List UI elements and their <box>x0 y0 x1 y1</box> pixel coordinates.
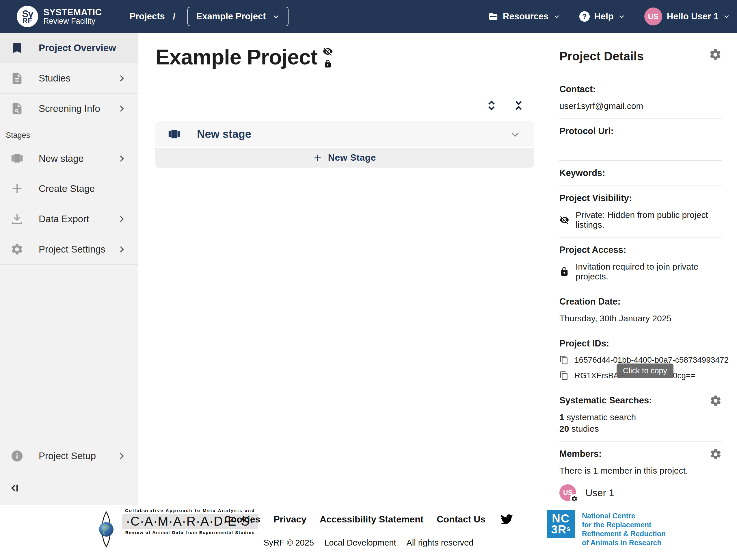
app-logo[interactable]: Sy RF SYSTEMATIC Review Facility <box>17 6 102 27</box>
keywords-label: Keywords: <box>559 168 722 178</box>
sidebar-item-studies[interactable]: Studies <box>0 63 138 94</box>
searches-gear-icon[interactable] <box>709 394 722 407</box>
sidebar-item-project-settings[interactable]: Project Settings <box>0 234 138 265</box>
contact-section: Contact: user1syrf@gmail.com <box>559 77 722 119</box>
members-section: Members: There is 1 member in this proje… <box>559 442 722 509</box>
members-gear-icon[interactable] <box>709 448 722 461</box>
plus-icon <box>10 182 24 195</box>
stages-section-label: Stages <box>6 131 138 140</box>
stage-panel: New stage New Stage <box>155 121 534 168</box>
expand-all-icon[interactable] <box>485 99 498 112</box>
help-menu[interactable]: ? Help <box>579 11 625 22</box>
info-icon <box>10 449 24 463</box>
project-details-heading: Project Details <box>559 49 722 64</box>
chevron-right-icon <box>117 214 126 224</box>
user-menu[interactable]: US Hello User 1 <box>644 8 730 25</box>
protocol-url-value <box>559 143 722 153</box>
footer-link-accessibility[interactable]: Accessibility Statement <box>320 514 423 525</box>
nc3rs-text: National Centre for the Replacement Refi… <box>582 511 666 547</box>
visibility-label: Project Visibility: <box>559 193 722 203</box>
contact-label: Contact: <box>559 84 722 94</box>
sidebar-item-create-stage[interactable]: Create Stage <box>0 174 138 204</box>
members-summary: There is 1 member in this project. <box>559 466 722 476</box>
navbar-right: Resources ? Help US Hello User 1 <box>488 8 730 25</box>
download-icon <box>10 212 24 226</box>
systematic-searches-section: Systematic Searches: 1 systematic search… <box>559 388 722 442</box>
project-details-gear-icon[interactable] <box>709 48 722 61</box>
members-label: Members: <box>559 449 722 459</box>
sidebar-item-new-stage[interactable]: New stage <box>0 143 138 174</box>
chevron-down-icon <box>723 13 730 20</box>
visibility-off-icon <box>559 215 569 225</box>
sidebar: Project Overview Studies Screening Info … <box>0 33 138 505</box>
project-details-panel: Project Details Contact: user1syrf@gmail… <box>559 33 737 505</box>
member-avatar: US <box>559 484 576 501</box>
user-avatar: US <box>644 8 662 25</box>
sidebar-item-label: Project Setup <box>39 450 96 461</box>
sidebar-item-project-setup[interactable]: Project Setup <box>0 441 138 471</box>
sidebar-item-label: Project Settings <box>39 244 105 255</box>
syrf-logo-icon: Sy RF <box>17 6 38 27</box>
nc3rs-logo[interactable]: NC 3Rs National Centre for the Replaceme… <box>547 510 666 547</box>
footer-link-privacy[interactable]: Privacy <box>274 514 307 525</box>
resources-menu[interactable]: Resources <box>488 11 560 22</box>
footer-link-contact[interactable]: Contact Us <box>437 514 485 525</box>
folder-icon <box>488 12 498 21</box>
top-navbar: Sy RF SYSTEMATIC Review Facility Project… <box>0 0 737 33</box>
visibility-section: Project Visibility: Private: Hidden from… <box>559 186 722 238</box>
lock-icon <box>559 267 569 277</box>
contact-value: user1syrf@gmail.com <box>559 101 722 111</box>
gear-icon <box>571 495 578 502</box>
document-icon <box>10 72 24 85</box>
stage-panel-title: New stage <box>197 128 251 140</box>
project-id-row[interactable]: RG1XFrsBAE0cg== Click to copy <box>559 371 722 380</box>
twitter-icon[interactable] <box>500 513 513 525</box>
add-new-stage-button[interactable]: New Stage <box>155 148 534 168</box>
systematic-searches-label: Systematic Searches: <box>559 396 722 405</box>
sidebar-collapse-row <box>0 471 138 505</box>
visibility-off-icon <box>323 46 333 57</box>
footer: Collaborative Approach to Meta Analysis … <box>0 505 737 560</box>
sidebar-spacer <box>0 265 138 441</box>
copy-icon <box>559 371 569 380</box>
access-section: Project Access: Invitation required to j… <box>559 238 722 289</box>
help-label: Help <box>594 11 614 22</box>
lock-icon <box>324 60 332 68</box>
footer-copyright-row: SyRF © 2025 Local Development All rights… <box>224 538 513 548</box>
stage-panel-header[interactable]: New stage <box>155 121 534 147</box>
studies-count-row: 20 studies <box>559 424 722 434</box>
document-search-icon <box>10 102 24 115</box>
footer-link-cookies[interactable]: Cookies <box>224 514 260 525</box>
chevron-down-icon <box>553 13 560 20</box>
project-selector-dropdown[interactable]: Example Project <box>188 7 288 26</box>
brand-text: SYSTEMATIC Review Facility <box>43 8 102 25</box>
chevron-down-icon <box>510 129 520 140</box>
brand-name: SYSTEMATIC <box>43 8 102 17</box>
user-greeting: Hello User 1 <box>667 11 719 22</box>
collapse-all-icon[interactable] <box>512 99 525 112</box>
bookmark-icon <box>10 41 24 55</box>
camarades-eye-icon <box>97 511 116 548</box>
creation-date-value: Thursday, 30th January 2025 <box>559 314 722 323</box>
chevron-right-icon <box>117 104 126 113</box>
member-settings-badge[interactable] <box>570 494 579 503</box>
copyright-text: SyRF © 2025 <box>264 538 314 547</box>
breadcrumb-separator: / <box>173 11 176 22</box>
collapse-sidebar-icon[interactable] <box>9 482 20 494</box>
sidebar-item-label: Project Overview <box>39 42 116 53</box>
sidebar-item-data-export[interactable]: Data Export <box>0 204 138 234</box>
add-new-stage-label: New Stage <box>328 152 376 163</box>
footer-center: Cookies Privacy Accessibility Statement … <box>224 513 513 548</box>
gear-icon <box>10 243 24 256</box>
resources-label: Resources <box>503 11 549 22</box>
project-ids-section: Project IDs: 16576d44-01bb-4400-b0a7-c58… <box>559 331 722 388</box>
project-selector-label: Example Project <box>196 11 266 22</box>
sidebar-item-project-overview[interactable]: Project Overview <box>0 33 138 63</box>
sidebar-item-label: Data Export <box>39 214 89 225</box>
sidebar-item-label: Studies <box>39 73 70 84</box>
chevron-down-icon <box>272 13 280 20</box>
breadcrumb-projects-link[interactable]: Projects <box>130 11 165 22</box>
logo-monogram-bottom: RF <box>23 17 32 24</box>
sidebar-item-label: Create Stage <box>39 183 95 194</box>
sidebar-item-screening-info[interactable]: Screening Info <box>0 94 138 124</box>
